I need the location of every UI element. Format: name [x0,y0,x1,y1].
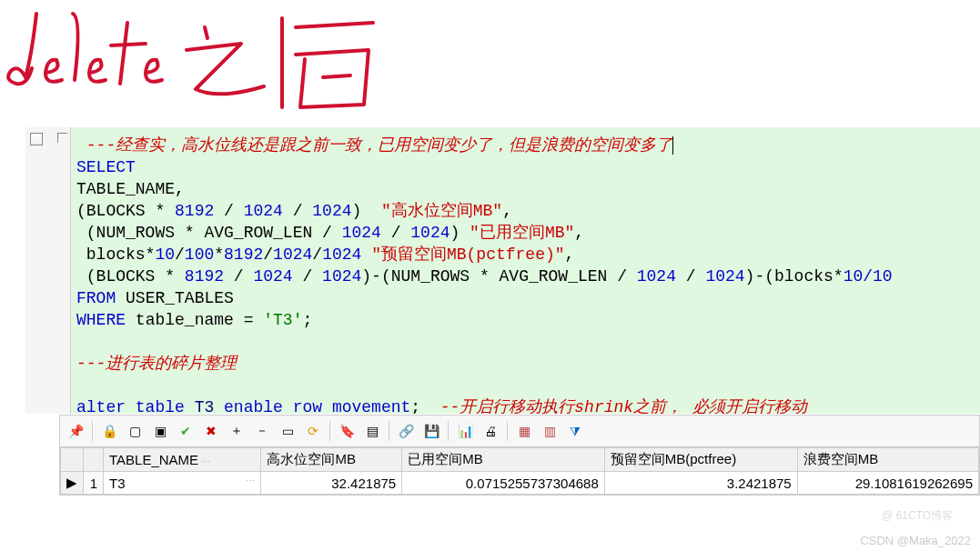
pin-button[interactable]: 📌 [64,419,87,443]
cell-highwater[interactable]: 32.421875 [261,472,402,495]
row-marker-header [61,448,84,472]
row-number-header [84,448,104,472]
editor-gutter [25,127,71,414]
col-wasted[interactable]: 浪费空间MB [797,448,978,472]
cell-wasted[interactable]: 29.1081619262695 [797,472,978,495]
print-button[interactable]: 🖨 [479,419,502,443]
current-row-marker: ▶ [61,472,84,495]
fetch-button[interactable]: ▢ [123,419,146,443]
keyword-where: WHERE [76,311,126,329]
grid-data-row[interactable]: ▶ 1 T3 ⋯ 32.421875 0.0715255737304688 3.… [61,472,979,495]
single-record-button[interactable]: ▤ [360,419,384,443]
cell-used[interactable]: 0.0715255737304688 [402,472,605,495]
results-panel: 📌 🔒 ▢ ▣ ✔ ✖ ＋ － ▭ ⟳ 🔖 ▤ 🔗 💾 📊 🖨 ▦ ▥ ⧩ TA… [59,415,980,496]
sql-comment: --开启行移动执行shrink之前， 必须开启行移动 [440,398,807,414]
lock-button[interactable]: 🔒 [97,419,121,443]
row-number: 1 [84,472,104,495]
refresh-button[interactable]: ⟳ [301,419,325,443]
grid-view-button[interactable]: ▦ [512,419,536,443]
expr-table-name: TABLE_NAME, [76,180,185,198]
col-table-name[interactable]: TABLE_NAME ⋯ [104,448,261,472]
csdn-watermark: CSDN @Maka_2022 [860,534,971,547]
link-button[interactable]: 🔗 [394,419,418,443]
chart-button[interactable]: ▥ [538,419,561,443]
commit-button[interactable]: ✔ [174,419,197,443]
cell-table-name[interactable]: T3 ⋯ [104,472,261,495]
col-used[interactable]: 已用空间MB [402,448,605,472]
rollback-button[interactable]: ✖ [199,419,223,443]
handwriting-annotation [0,0,409,127]
keyword-alter: alter table [76,398,185,414]
sql-code-area[interactable]: ---经查实，高水位线还是跟之前一致，已用空间变少了，但是浪费的空间变多了 SE… [71,127,980,414]
blog-watermark: @ 61CTO博客 [882,508,953,524]
bookmark-button[interactable]: 🔖 [335,419,359,443]
col-highwater[interactable]: 高水位空间MB [261,448,402,472]
delete-row-button[interactable]: － [250,419,274,443]
cell-reserved[interactable]: 3.2421875 [604,472,797,495]
keyword-from: FROM [76,289,116,307]
results-toolbar: 📌 🔒 ▢ ▣ ✔ ✖ ＋ － ▭ ⟳ 🔖 ▤ 🔗 💾 📊 🖨 ▦ ▥ ⧩ [59,415,980,447]
filter-button[interactable]: ⧩ [563,419,587,443]
sql-comment: ---进行表的碎片整理 [76,355,237,373]
fetch-all-button[interactable]: ▣ [148,419,172,443]
col-reserved[interactable]: 预留空间MB(pctfree) [604,448,797,472]
sql-comment: ---经查实，高水位线还是跟之前一致，已用空间变少了，但是浪费的空间变多了 [76,136,672,155]
keyword-select: SELECT [76,158,136,176]
copy-row-button[interactable]: ▭ [276,419,299,443]
grid-header-row: TABLE_NAME ⋯ 高水位空间MB 已用空间MB 预留空间MB(pctfr… [61,448,979,472]
results-grid[interactable]: TABLE_NAME ⋯ 高水位空间MB 已用空间MB 预留空间MB(pctfr… [59,447,980,496]
export-button[interactable]: 📊 [453,419,477,443]
save-button[interactable]: 💾 [419,419,443,443]
add-row-button[interactable]: ＋ [225,419,248,443]
sql-editor[interactable]: ---经查实，高水位线还是跟之前一致，已用空间变少了，但是浪费的空间变多了 SE… [25,127,980,414]
